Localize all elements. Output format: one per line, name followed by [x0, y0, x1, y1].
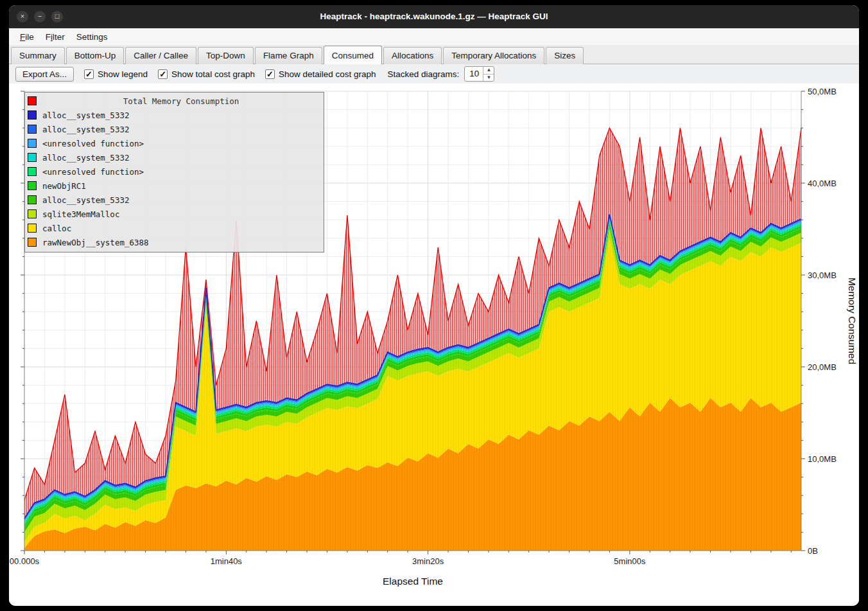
tab-summary[interactable]: Summary [11, 47, 65, 64]
app-window: × − □ Heaptrack - heaptrack.wakunode.1.g… [9, 5, 859, 606]
close-button[interactable]: × [17, 11, 28, 22]
legend-label: calloc [42, 224, 71, 233]
menu-filter[interactable]: Filter [40, 30, 71, 44]
checkbox-icon[interactable]: ✓ [84, 69, 94, 79]
export-as-button[interactable]: Export As... [15, 67, 74, 82]
legend-row: alloc__system_5332 [28, 108, 320, 122]
window-controls: × − □ [17, 11, 63, 22]
legend-swatch [28, 181, 37, 190]
tab-caller-callee[interactable]: Caller / Callee [125, 47, 196, 64]
legend-row: <unresolved function> [28, 164, 320, 179]
minimize-button[interactable]: − [34, 11, 46, 22]
tab-flame-graph[interactable]: Flame Graph [255, 47, 322, 64]
maximize-button[interactable]: □ [51, 11, 63, 22]
legend-label: alloc__system_5332 [42, 153, 129, 163]
legend-label: alloc__system_5332 [42, 195, 129, 205]
legend-swatch [28, 167, 37, 176]
svg-text:1min40s: 1min40s [211, 556, 243, 566]
tab-temporary-allocations[interactable]: Temporary Allocations [443, 47, 544, 64]
legend-swatch [28, 224, 37, 233]
checkbox-show-legend[interactable]: ✓Show legend [84, 69, 148, 79]
legend-swatch [28, 238, 37, 247]
legend-swatch [28, 139, 37, 148]
legend-swatch [28, 111, 37, 120]
tab-consumed[interactable]: Consumed [324, 46, 382, 64]
consumed-chart[interactable]: 0B10,0MB20,0MB30,0MB40,0MB50,0MB00.000s1… [9, 84, 859, 606]
legend-title-row: Total Memory Consumption [28, 94, 320, 108]
stacked-diagrams-spinner[interactable]: 10 ▲ ▼ [464, 66, 494, 82]
window-title: Heaptrack - heaptrack.wakunode.1.gz — He… [86, 5, 782, 28]
menu-bar: FileFilterSettings [9, 28, 859, 45]
stacked-diagrams-label: Stacked diagrams: [388, 69, 460, 79]
legend-swatch [28, 153, 37, 162]
tab-sizes[interactable]: Sizes [546, 47, 584, 64]
legend-row: alloc__system_5332 [28, 122, 320, 136]
tab-bar: SummaryBottom-UpCaller / CalleeTop-DownF… [9, 45, 859, 64]
svg-text:10,0MB: 10,0MB [808, 454, 837, 464]
maximize-icon: □ [55, 12, 60, 20]
tab-bottom-up[interactable]: Bottom-Up [66, 47, 125, 64]
svg-text:0B: 0B [808, 546, 818, 556]
spinner-value[interactable]: 10 [465, 67, 483, 81]
checkbox-label: Show legend [98, 69, 148, 79]
svg-text:40,0MB: 40,0MB [808, 179, 837, 188]
legend-label: alloc__system_5332 [42, 125, 129, 134]
legend-swatch [28, 195, 37, 204]
legend-row: sqlite3MemMalloc [28, 207, 320, 221]
spinner-up-button[interactable]: ▲ [483, 67, 494, 75]
legend-label: rawNewObj__system_6388 [42, 238, 149, 247]
legend-label: sqlite3MemMalloc [42, 209, 119, 219]
svg-text:00.000s: 00.000s [10, 556, 40, 566]
menu-settings[interactable]: Settings [71, 30, 114, 44]
spinner-down-button[interactable]: ▼ [483, 75, 494, 82]
legend-row: newObjRC1 [28, 179, 320, 193]
legend-swatch [28, 125, 37, 134]
close-icon: × [21, 12, 24, 20]
legend-label: newObjRC1 [42, 181, 86, 191]
legend-row: alloc__system_5332 [28, 150, 320, 164]
legend-label: <unresolved function> [42, 167, 144, 177]
legend-row: <unresolved function> [28, 136, 320, 150]
minimize-icon: − [38, 12, 42, 20]
svg-text:20,0MB: 20,0MB [808, 362, 837, 372]
legend-swatch [28, 209, 37, 218]
checkbox-label: Show detailed cost graph [279, 69, 376, 79]
toolbar-checkboxes: ✓Show legend✓Show total cost graph✓Show … [84, 69, 376, 79]
tab-top-down[interactable]: Top-Down [198, 47, 254, 64]
svg-text:50,0MB: 50,0MB [808, 87, 837, 96]
svg-text:30,0MB: 30,0MB [808, 270, 837, 280]
menu-file[interactable]: File [14, 30, 40, 44]
tab-allocations[interactable]: Allocations [383, 47, 442, 64]
checkbox-show-detailed-cost-graph[interactable]: ✓Show detailed cost graph [265, 69, 376, 79]
toolbar: Export As... ✓Show legend✓Show total cos… [9, 64, 859, 84]
svg-text:3min20s: 3min20s [412, 556, 444, 566]
legend-label: Total Memory Consumption [42, 96, 320, 106]
chart-legend: Total Memory Consumptionalloc__system_53… [24, 92, 324, 252]
checkbox-show-total-cost-graph[interactable]: ✓Show total cost graph [158, 69, 255, 79]
checkbox-icon[interactable]: ✓ [265, 69, 275, 79]
svg-text:Elapsed Time: Elapsed Time [383, 576, 443, 587]
svg-text:Memory Consumed: Memory Consumed [847, 278, 858, 364]
legend-swatch [28, 96, 37, 105]
legend-label: <unresolved function> [42, 139, 144, 148]
spinner-buttons: ▲ ▼ [483, 67, 494, 81]
checkbox-icon[interactable]: ✓ [158, 69, 168, 79]
svg-text:5min00s: 5min00s [614, 556, 646, 566]
legend-label: alloc__system_5332 [42, 111, 129, 120]
title-bar[interactable]: × − □ Heaptrack - heaptrack.wakunode.1.g… [9, 5, 859, 28]
legend-row: rawNewObj__system_6388 [28, 235, 320, 249]
legend-row: calloc [28, 221, 320, 235]
checkbox-label: Show total cost graph [171, 69, 255, 79]
legend-row: alloc__system_5332 [28, 193, 320, 207]
